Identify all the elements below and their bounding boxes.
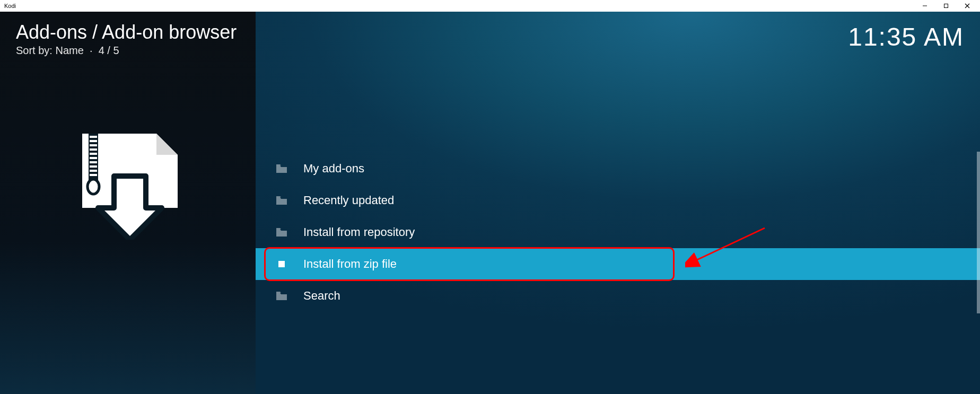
folder-icon [276,227,287,237]
menu-item-install-repository[interactable]: Install from repository [256,216,980,248]
svg-rect-12 [90,165,97,168]
svg-point-15 [88,179,99,194]
sidebar: Add-ons / Add-on browser Sort by: Name ·… [0,12,256,394]
position-indicator: 4 / 5 [99,45,119,56]
menu-item-my-addons[interactable]: My add-ons [256,153,980,185]
folder-icon [276,164,287,173]
svg-rect-10 [90,157,97,159]
sort-label: Sort by: Name [16,45,84,56]
file-icon [276,259,287,269]
menu-item-recently-updated[interactable]: Recently updated [256,185,980,216]
clock: 11:35 AM [848,22,964,51]
minimize-button[interactable] [914,1,935,11]
svg-rect-14 [90,174,97,176]
separator-dot: · [86,45,98,56]
menu-item-label: Install from repository [303,225,415,239]
svg-rect-5 [90,136,97,138]
maximize-button[interactable] [935,1,957,11]
window-controls [914,1,978,11]
svg-rect-13 [90,170,97,172]
folder-icon [276,291,287,301]
app-content: Add-ons / Add-on browser Sort by: Name ·… [0,12,980,394]
menu-item-label: Search [303,289,340,303]
window-title: Kodi [2,3,16,9]
breadcrumb: Add-ons / Add-on browser [0,12,256,43]
svg-rect-8 [90,148,97,151]
zip-install-icon [77,128,183,240]
main-panel: 11:35 AM My add-ons Recently updated Ins… [256,12,980,394]
window-titlebar: Kodi [0,0,980,12]
menu-item-search[interactable]: Search [256,280,980,312]
menu-list: My add-ons Recently updated Install from… [256,153,980,312]
menu-item-install-zip[interactable]: Install from zip file [256,248,980,280]
svg-rect-9 [90,153,97,155]
folder-icon [276,196,287,205]
sort-info: Sort by: Name · 4 / 5 [0,43,256,57]
menu-item-label: My add-ons [303,162,364,176]
menu-item-label: Install from zip file [303,257,397,271]
svg-rect-1 [944,4,948,8]
svg-rect-7 [90,144,97,146]
svg-rect-11 [90,161,97,163]
scrollbar-thumb[interactable] [977,152,980,313]
svg-rect-6 [90,140,97,142]
menu-item-label: Recently updated [303,194,394,207]
close-button[interactable] [957,1,978,11]
